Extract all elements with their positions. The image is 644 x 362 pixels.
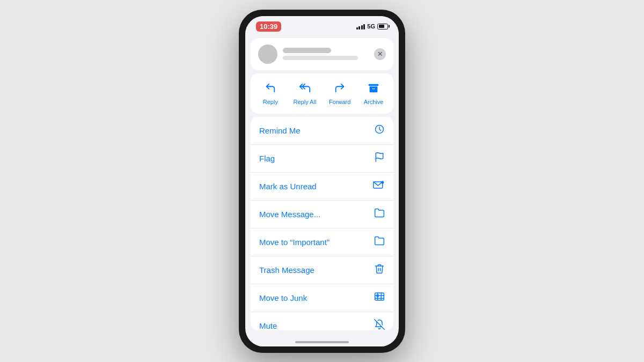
svg-rect-0: [369, 84, 378, 86]
content-area: ✕ Reply: [245, 34, 399, 337]
forward-button[interactable]: Forward: [324, 79, 356, 108]
avatar: [258, 45, 277, 64]
envelope-dot-icon: [373, 180, 385, 193]
status-bar: 10:39 5G: [245, 16, 399, 34]
mute-label: Mute: [259, 321, 277, 330]
mark-unread-item[interactable]: Mark as Unread: [251, 173, 393, 201]
folder-icon: [374, 208, 385, 221]
mark-unread-label: Mark as Unread: [259, 182, 317, 191]
trash-icon: [374, 263, 385, 277]
svg-rect-1: [372, 88, 375, 88]
forward-label: Forward: [329, 99, 350, 105]
header-text: [283, 48, 369, 60]
subject-placeholder: [283, 56, 358, 60]
move-important-item[interactable]: Move to “Important”: [251, 228, 393, 256]
junk-icon: [374, 291, 385, 305]
battery-icon: [377, 24, 388, 29]
phone-screen: 10:39 5G: [245, 16, 399, 346]
signal-bar-3: [361, 25, 363, 29]
reply-all-label: Reply All: [294, 99, 317, 105]
folder2-icon: [374, 235, 385, 249]
move-message-item[interactable]: Move Message...: [251, 201, 393, 228]
signal-bar-2: [358, 26, 360, 29]
move-important-label: Move to “Important”: [259, 238, 330, 247]
status-right: 5G: [356, 23, 388, 29]
network-type: 5G: [367, 23, 375, 29]
reply-button[interactable]: Reply: [255, 79, 286, 108]
close-button[interactable]: ✕: [374, 48, 386, 60]
flag-icon: [374, 152, 385, 165]
trash-message-label: Trash Message: [259, 265, 314, 275]
signal-bars: [356, 23, 365, 29]
signal-bar-1: [356, 27, 358, 29]
remind-me-label: Remind Me: [259, 126, 301, 135]
home-indicator: [245, 337, 399, 346]
archive-button[interactable]: Archive: [358, 79, 389, 108]
phone-frame: 10:39 5G: [239, 10, 405, 353]
menu-group: Remind Me Flag: [251, 117, 393, 330]
svg-rect-8: [375, 293, 384, 300]
home-bar: [295, 341, 349, 343]
clock-icon: [374, 124, 385, 137]
mute-item[interactable]: Mute: [251, 312, 393, 330]
bell-slash-icon: [374, 319, 385, 330]
reply-icon: [265, 82, 276, 97]
move-junk-label: Move to Junk: [259, 293, 307, 302]
reply-label: Reply: [263, 99, 278, 105]
action-buttons-card: Reply Reply All: [251, 73, 393, 114]
archive-label: Archive: [364, 99, 384, 105]
flag-label: Flag: [259, 154, 275, 163]
remind-me-item[interactable]: Remind Me: [251, 117, 393, 145]
status-time: 10:39: [256, 21, 281, 32]
forward-icon: [334, 82, 346, 97]
reply-all-button[interactable]: Reply All: [288, 79, 322, 108]
sender-placeholder: [283, 48, 331, 53]
flag-item[interactable]: Flag: [251, 145, 393, 173]
reply-all-icon: [299, 82, 311, 97]
trash-message-item[interactable]: Trash Message: [251, 256, 393, 284]
signal-bar-4: [363, 24, 365, 29]
svg-line-15: [375, 319, 384, 329]
header-card: ✕: [251, 38, 393, 70]
archive-icon: [368, 82, 379, 97]
move-junk-item[interactable]: Move to Junk: [251, 284, 393, 312]
move-message-label: Move Message...: [259, 210, 320, 219]
svg-point-5: [381, 181, 384, 183]
battery-fill: [379, 25, 385, 28]
